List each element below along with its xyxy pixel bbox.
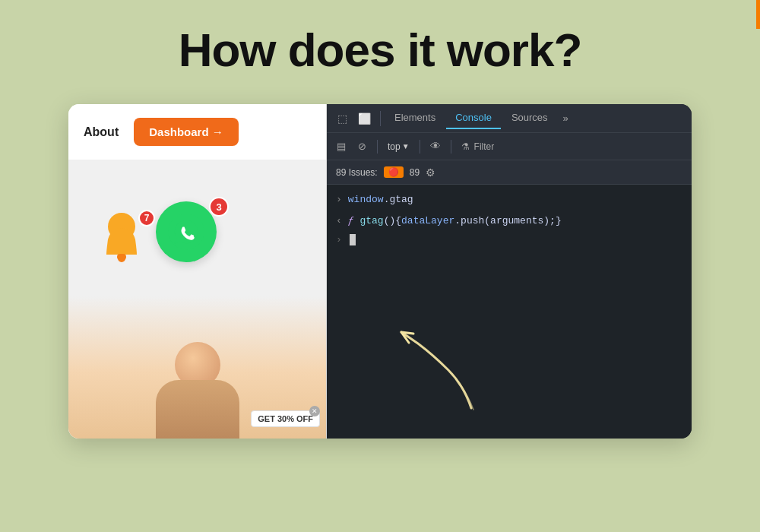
console-output-line-1: ‹ ƒ gtag(){dataLayer.push(arguments);} (327, 211, 692, 232)
console-input-line-1: › window.gtag (327, 189, 692, 211)
tab-more[interactable]: » (559, 109, 573, 127)
nav-bar: About Dashboard → (68, 104, 326, 160)
left-panel-body: 7 3 GET 30% (68, 160, 326, 439)
issues-bar: 89 Issues: 🔴 89 ⚙ (327, 160, 692, 185)
sidebar-toggle-icon[interactable]: ▤ (333, 138, 350, 154)
svg-point-2 (118, 255, 125, 262)
devtools-panel: ⬚ ⬜ Elements Console Sources » ▤ ⊘ top ▼… (327, 104, 692, 439)
filter-area[interactable]: ⚗ Filter (461, 141, 495, 152)
console-result: ƒ gtag(){dataLayer.push(arguments);} (348, 214, 562, 229)
bell-notification-icon: 7 (99, 213, 152, 270)
sale-close-icon[interactable]: ✕ (309, 406, 320, 416)
console-body: › window.gtag ‹ ƒ gtag(){dataLayer.push(… (327, 185, 692, 439)
toolbar-separator-3 (451, 140, 451, 154)
cursor (350, 234, 356, 245)
nav-about-link[interactable]: About (84, 125, 119, 139)
clear-console-icon[interactable]: ⊘ (354, 138, 370, 154)
prompt-arrow-left: ‹ (336, 214, 342, 229)
console-command: window.gtag (348, 192, 413, 207)
filter-label: Filter (474, 141, 495, 152)
top-label: top (388, 141, 401, 152)
prompt-arrow-right: › (336, 192, 342, 207)
tab-separator (380, 111, 381, 126)
whatsapp-badge: 3 (209, 197, 229, 217)
execution-context-dropdown[interactable]: top ▼ (385, 140, 413, 154)
dropdown-arrow-icon: ▼ (402, 142, 410, 150)
nav-dashboard-button[interactable]: Dashboard → (134, 118, 239, 146)
tab-sources[interactable]: Sources (502, 107, 557, 129)
issues-label: 89 Issues: (336, 167, 378, 178)
left-panel: About Dashboard → 7 (68, 104, 327, 439)
toolbar-separator-2 (420, 140, 420, 154)
devtools-device-icon[interactable]: ⬜ (353, 109, 375, 128)
devtools-inspect-icon[interactable]: ⬚ (333, 109, 352, 128)
whatsapp-notification-icon: 3 (156, 201, 224, 270)
eye-icon[interactable]: 👁 (427, 139, 444, 154)
issues-count: 89 (410, 167, 420, 178)
tab-elements[interactable]: Elements (385, 107, 445, 129)
devtools-toolbar: ▤ ⊘ top ▼ 👁 ⚗ Filter (327, 133, 692, 160)
tab-console[interactable]: Console (446, 107, 501, 129)
page-title: How does it work? (179, 23, 582, 77)
issues-settings-icon[interactable]: ⚙ (426, 166, 435, 179)
toolbar-separator (377, 140, 378, 154)
issues-badge: 🔴 (384, 166, 404, 178)
annotation-arrow (365, 309, 517, 423)
current-prompt: › (336, 234, 342, 245)
filter-icon: ⚗ (461, 141, 470, 152)
console-current-input[interactable]: › (327, 231, 692, 249)
devtools-tab-bar: ⬚ ⬜ Elements Console Sources » (327, 104, 692, 133)
bell-badge: 7 (138, 210, 155, 226)
screenshot-container: About Dashboard → 7 (68, 104, 692, 439)
